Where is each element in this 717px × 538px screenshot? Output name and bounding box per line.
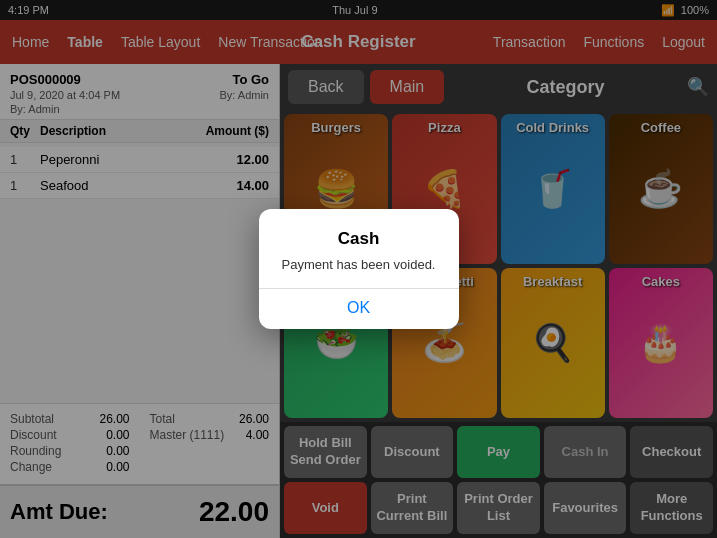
modal-message: Payment has been voided.	[275, 257, 443, 272]
modal-ok-button[interactable]: OK	[275, 289, 443, 317]
modal-title: Cash	[275, 229, 443, 249]
modal-dialog: Cash Payment has been voided. OK	[259, 209, 459, 329]
modal-overlay: Cash Payment has been voided. OK	[0, 0, 717, 538]
